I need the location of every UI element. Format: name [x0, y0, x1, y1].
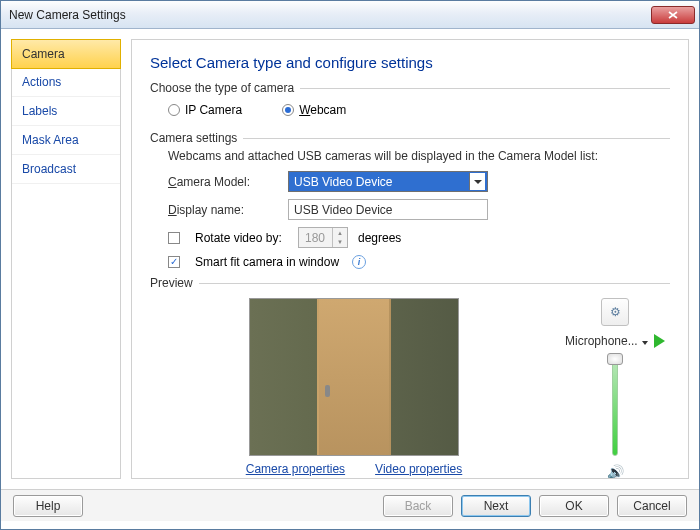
help-text: Webcams and attached USB cameras will be…: [168, 149, 670, 163]
video-properties-link[interactable]: Video properties: [375, 462, 462, 476]
divider: [199, 283, 670, 284]
sidebar-item-label: Broadcast: [22, 162, 76, 176]
chevron-down-icon: [469, 173, 485, 190]
radio-webcam[interactable]: Webcam: [282, 103, 346, 117]
group-camera-type-label: Choose the type of camera: [150, 81, 294, 95]
combo-value: USB Video Device: [294, 175, 393, 189]
sidebar-item-label: Actions: [22, 75, 61, 89]
chevron-down-icon: [641, 334, 648, 348]
microphone-dropdown[interactable]: Microphone...: [565, 334, 648, 348]
camera-preview: [249, 298, 459, 456]
info-icon[interactable]: i: [352, 255, 366, 269]
back-button: Back: [383, 495, 453, 517]
divider: [243, 138, 670, 139]
radio-label: IP Camera: [185, 103, 242, 117]
sidebar-item-maskarea[interactable]: Mask Area: [12, 126, 120, 155]
smartfit-checkbox[interactable]: [168, 256, 180, 268]
chevron-up-icon: ▲: [333, 228, 347, 238]
next-button[interactable]: Next: [461, 495, 531, 517]
spinner-value: 180: [305, 231, 325, 245]
sidebar-item-label: Camera: [22, 47, 65, 61]
textbox-value: USB Video Device: [294, 203, 393, 217]
ok-button[interactable]: OK: [539, 495, 609, 517]
camera-model-label: Camera Model:: [168, 175, 278, 189]
display-name-label: Display name:: [168, 203, 278, 217]
window-title: New Camera Settings: [5, 8, 651, 22]
sidebar-item-label: Mask Area: [22, 133, 79, 147]
cancel-button[interactable]: Cancel: [617, 495, 687, 517]
main-panel: Select Camera type and configure setting…: [131, 39, 689, 479]
group-camera-settings-label: Camera settings: [150, 131, 237, 145]
rotate-checkbox[interactable]: [168, 232, 180, 244]
radio-icon: [168, 104, 180, 116]
volume-slider[interactable]: [607, 356, 623, 456]
sidebar-item-broadcast[interactable]: Broadcast: [12, 155, 120, 184]
smartfit-label: Smart fit camera in window: [195, 255, 339, 269]
page-title: Select Camera type and configure setting…: [150, 54, 670, 71]
sidebar: Camera Actions Labels Mask Area Broadcas…: [11, 39, 121, 479]
button-label: Cancel: [633, 499, 670, 513]
gear-icon: ⚙: [610, 305, 621, 319]
help-button[interactable]: Help: [13, 495, 83, 517]
title-bar: New Camera Settings: [1, 1, 699, 29]
radio-ip-camera[interactable]: IP Camera: [168, 103, 242, 117]
display-name-input[interactable]: USB Video Device: [288, 199, 488, 220]
camera-model-combo[interactable]: USB Video Device: [288, 171, 488, 192]
chevron-down-icon: ▼: [333, 238, 347, 248]
button-label: Back: [405, 499, 432, 513]
close-button[interactable]: [651, 6, 695, 24]
group-preview-label: Preview: [150, 276, 193, 290]
slider-track: [612, 356, 618, 456]
camera-settings-button[interactable]: ⚙: [601, 298, 629, 326]
close-icon: [668, 11, 678, 19]
sidebar-item-labels[interactable]: Labels: [12, 97, 120, 126]
divider: [300, 88, 670, 89]
button-label: Help: [36, 499, 61, 513]
sidebar-item-actions[interactable]: Actions: [12, 68, 120, 97]
rotate-degrees-spinner[interactable]: 180 ▲▼: [298, 227, 348, 248]
footer: Help Back Next OK Cancel: [1, 489, 699, 521]
degrees-label: degrees: [358, 231, 401, 245]
mic-label: Microphone...: [565, 334, 638, 348]
radio-label: Webcam: [299, 103, 346, 117]
button-label: Next: [484, 499, 509, 513]
slider-thumb[interactable]: [607, 353, 623, 365]
camera-properties-link[interactable]: Camera properties: [246, 462, 345, 476]
play-icon[interactable]: [654, 334, 665, 348]
radio-icon: [282, 104, 294, 116]
speaker-icon[interactable]: 🔊: [607, 464, 624, 479]
button-label: OK: [565, 499, 582, 513]
sidebar-item-label: Labels: [22, 104, 57, 118]
sidebar-item-camera[interactable]: Camera: [11, 39, 121, 69]
rotate-label: Rotate video by:: [195, 231, 288, 245]
